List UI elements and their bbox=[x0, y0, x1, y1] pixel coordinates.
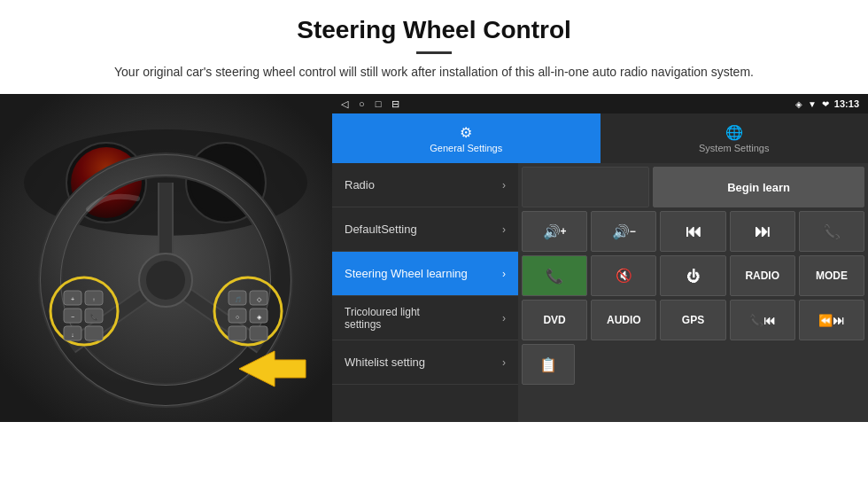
android-ui-panel: ◁ ○ □ ⊟ ◈ ▼ ❤ 13:13 ⚙ General Settings 🌐… bbox=[332, 94, 868, 422]
chevron-icon: › bbox=[502, 223, 506, 236]
main-content: RPM + bbox=[0, 94, 868, 422]
chevron-icon: › bbox=[502, 179, 506, 191]
radio-button[interactable]: RADIO bbox=[730, 255, 795, 296]
audio-button[interactable]: AUDIO bbox=[591, 300, 656, 340]
steering-wheel-svg: RPM + bbox=[0, 94, 332, 422]
svg-rect-36 bbox=[250, 326, 267, 340]
menu-item-radio-label: Radio bbox=[345, 178, 502, 191]
status-bar: ◁ ○ □ ⊟ ◈ ▼ ❤ 13:13 bbox=[332, 94, 868, 113]
steering-wheel-image: RPM + bbox=[0, 94, 332, 422]
empty-slot-1 bbox=[522, 167, 649, 207]
tab-system-settings[interactable]: 🌐 System Settings bbox=[601, 113, 869, 163]
svg-text:📞: 📞 bbox=[90, 313, 98, 321]
mode-button[interactable]: MODE bbox=[799, 255, 864, 296]
control-row-4: DVD AUDIO GPS 📞⏮ ⏪⏭ bbox=[522, 300, 864, 340]
begin-learn-button[interactable]: Begin learn bbox=[653, 167, 864, 207]
control-row-3: 📞 🔇 ⏻ RADIO MODE bbox=[522, 255, 864, 296]
menu-item-whitelist-label: Whitelist setting bbox=[345, 355, 502, 369]
svg-text:↑: ↑ bbox=[93, 297, 96, 302]
control-row-2: 🔊+ 🔊− ⏮ ⏭ 📞 bbox=[522, 211, 864, 252]
menu-item-radio[interactable]: Radio › bbox=[332, 163, 518, 207]
location-icon: ◈ bbox=[795, 99, 802, 109]
svg-text:🎵: 🎵 bbox=[235, 296, 242, 303]
content-area: Radio › DefaultSetting › Steering Wheel … bbox=[332, 163, 868, 422]
tab-bar: ⚙ General Settings 🌐 System Settings bbox=[332, 113, 868, 163]
phone-button-1[interactable]: 📞 bbox=[799, 211, 864, 252]
menu-item-default-label: DefaultSetting bbox=[345, 223, 502, 236]
list-button[interactable]: 📋 bbox=[522, 344, 575, 385]
svg-text:○: ○ bbox=[236, 314, 239, 320]
title-divider bbox=[416, 51, 452, 54]
chevron-icon: › bbox=[502, 312, 506, 324]
svg-rect-24 bbox=[85, 326, 103, 340]
chevron-icon: › bbox=[502, 356, 506, 369]
menu-item-steering[interactable]: Steering Wheel learning › bbox=[332, 252, 518, 296]
phone-prev-button[interactable]: 📞⏮ bbox=[730, 300, 795, 340]
control-row-5: 📋 bbox=[522, 344, 864, 385]
wifi-icon: ❤ bbox=[822, 99, 829, 109]
menu-icon[interactable]: ⊟ bbox=[391, 98, 399, 110]
signal-icon: ▼ bbox=[808, 99, 817, 109]
svg-rect-35 bbox=[229, 326, 246, 340]
header-section: Steering Wheel Control Your original car… bbox=[0, 0, 868, 92]
gps-button[interactable]: GPS bbox=[660, 300, 725, 340]
svg-point-17 bbox=[146, 261, 185, 300]
vol-up-button[interactable]: 🔊+ bbox=[522, 211, 587, 252]
menu-item-tricoloured-label: Tricoloured lightsettings bbox=[345, 306, 502, 331]
prev-track-button[interactable]: ⏮ bbox=[660, 211, 725, 252]
menu-item-whitelist[interactable]: Whitelist setting › bbox=[332, 340, 518, 385]
svg-text:+: + bbox=[71, 296, 74, 302]
svg-text:↓: ↓ bbox=[71, 332, 74, 338]
status-bar-right: ◈ ▼ ❤ 13:13 bbox=[795, 98, 859, 109]
chevron-icon: › bbox=[502, 268, 506, 280]
general-settings-icon: ⚙ bbox=[460, 124, 472, 141]
seek-prev-button[interactable]: ⏪⏭ bbox=[799, 300, 864, 340]
system-settings-icon: 🌐 bbox=[725, 124, 743, 141]
answer-call-button[interactable]: 📞 bbox=[522, 255, 587, 296]
vol-down-button[interactable]: 🔊− bbox=[591, 211, 656, 252]
status-bar-left: ◁ ○ □ ⊟ bbox=[341, 98, 399, 110]
tab-general-settings[interactable]: ⚙ General Settings bbox=[332, 113, 601, 163]
tab-general-label: General Settings bbox=[430, 143, 502, 153]
left-menu: Radio › DefaultSetting › Steering Wheel … bbox=[332, 163, 518, 422]
mute-button[interactable]: 🔇 bbox=[591, 255, 656, 296]
dvd-button[interactable]: DVD bbox=[522, 300, 587, 340]
time-display: 13:13 bbox=[834, 98, 859, 109]
power-button[interactable]: ⏻ bbox=[660, 255, 725, 296]
menu-item-tricoloured[interactable]: Tricoloured lightsettings › bbox=[332, 296, 518, 340]
back-icon[interactable]: ◁ bbox=[341, 98, 348, 110]
right-controls: Begin learn 🔊+ 🔊− ⏮ ⏭ 📞 📞 🔇 ⏻ RADIO MODE bbox=[518, 163, 868, 422]
home-icon[interactable]: ○ bbox=[359, 98, 365, 110]
recents-icon[interactable]: □ bbox=[376, 98, 382, 110]
svg-text:−: − bbox=[71, 314, 74, 320]
control-row-1: Begin learn bbox=[522, 167, 864, 207]
next-track-button[interactable]: ⏭ bbox=[730, 211, 795, 252]
menu-item-steering-label: Steering Wheel learning bbox=[345, 267, 502, 280]
header-subtitle: Your original car's steering wheel contr… bbox=[53, 63, 815, 82]
tab-system-label: System Settings bbox=[699, 143, 769, 153]
page-title: Steering Wheel Control bbox=[53, 16, 815, 44]
menu-item-default[interactable]: DefaultSetting › bbox=[332, 207, 518, 252]
